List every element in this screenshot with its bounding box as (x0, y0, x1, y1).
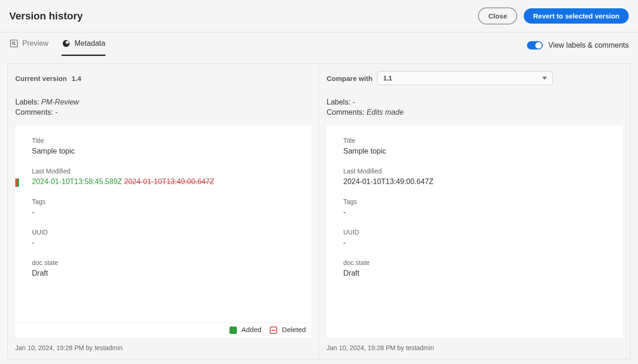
left-card-body: Title Sample topic Last Modified 2024-01… (15, 126, 311, 322)
left-field-modified: Last Modified 2024-01-10T13:58:45.589Z 2… (32, 167, 297, 186)
right-tags-label: Tags (343, 198, 609, 205)
right-labels-value: - (353, 98, 355, 106)
current-version-label: Current version (15, 74, 67, 82)
current-version-panel: Current version 1.4 Labels: PM-Review Co… (8, 64, 319, 359)
compare-panel: Compare with 1.1 Labels: - Comments: Edi… (319, 64, 630, 359)
page-title: Version history (9, 10, 83, 22)
left-field-tags: Tags - (32, 198, 297, 216)
current-version-number: 1.4 (72, 74, 81, 82)
right-labels-key: Labels: (327, 98, 351, 106)
left-field-docstate: doc state Draft (32, 259, 297, 278)
left-tags-value: - (32, 208, 297, 216)
tabs-row: Preview Metadata View labels & comments (0, 32, 638, 56)
left-labels-value: PM-Review (41, 98, 79, 106)
right-field-tags: Tags - (343, 198, 609, 216)
left-docstate-label: doc state (32, 259, 297, 266)
right-footer: Jan 10, 2024, 19:28 PM by testadmin (327, 344, 623, 352)
tabs: Preview Metadata (9, 34, 105, 56)
left-modified-value: 2024-01-10T13:58:45.589Z 2024-01-10T13:4… (32, 178, 297, 186)
compare-panels: Current version 1.4 Labels: PM-Review Co… (7, 63, 631, 359)
right-field-title: Title Sample topic (343, 137, 609, 155)
compare-with-label: Compare with (327, 74, 372, 82)
left-tags-label: Tags (32, 198, 297, 205)
close-button[interactable]: Close (478, 7, 517, 25)
preview-icon (9, 39, 19, 48)
dialog-header: Version history Close Revert to selected… (0, 0, 638, 32)
left-docstate-value: Draft (32, 269, 297, 278)
view-labels-toggle[interactable] (527, 41, 543, 49)
left-uuid-label: UUID (32, 228, 297, 236)
tab-preview-label: Preview (22, 39, 49, 48)
left-labels-line: Labels: PM-Review (15, 98, 311, 106)
left-title-value: Sample topic (32, 147, 297, 155)
left-modified-label: Last Modified (32, 167, 297, 175)
compare-header: Compare with 1.1 (327, 71, 623, 85)
right-field-modified: Last Modified 2024-01-10T13:49:00.647Z (343, 167, 609, 186)
right-field-docstate: doc state Draft (343, 259, 609, 278)
right-labels-line: Labels: - (327, 98, 623, 106)
right-field-uuid: UUID - (343, 228, 609, 247)
right-docstate-label: doc state (343, 259, 609, 266)
header-actions: Close Revert to selected version (478, 7, 629, 25)
right-tags-value: - (343, 208, 609, 216)
legend-deleted: Deleted (270, 326, 306, 334)
left-comments-key: Comments: (15, 108, 53, 116)
left-field-uuid: UUID - (32, 228, 297, 247)
left-footer: Jan 10, 2024, 19:28 PM by testadmin (15, 344, 311, 352)
right-uuid-label: UUID (343, 228, 609, 236)
modified-deleted-text: 2024-01-10T13:49:00.647Z (124, 178, 214, 185)
tab-metadata[interactable]: Metadata (62, 34, 105, 56)
compare-version-value: 1.1 (383, 74, 392, 82)
right-title-value: Sample topic (343, 147, 609, 155)
revert-button[interactable]: Revert to selected version (524, 8, 629, 24)
legend-deleted-label: Deleted (282, 326, 306, 333)
current-version-header: Current version 1.4 (15, 71, 311, 85)
tab-preview[interactable]: Preview (9, 34, 49, 56)
metadata-icon (62, 39, 71, 48)
svg-line-2 (14, 44, 16, 45)
left-uuid-value: - (32, 239, 297, 247)
diff-marker-icon (15, 179, 19, 187)
view-labels-toggle-label: View labels & comments (548, 41, 629, 49)
svg-point-3 (62, 40, 69, 47)
right-comments-line: Comments: Edits made (327, 108, 623, 117)
legend-added-label: Added (242, 326, 261, 333)
added-swatch-icon (229, 327, 237, 334)
legend-added: Added (229, 326, 261, 334)
left-labels-key: Labels: (15, 98, 39, 106)
right-docstate-value: Draft (343, 269, 609, 278)
right-modified-label: Last Modified (343, 167, 609, 175)
view-labels-toggle-wrap: View labels & comments (527, 41, 629, 49)
left-metadata-card: Title Sample topic Last Modified 2024-01… (15, 126, 311, 338)
right-comments-key: Comments: (327, 108, 365, 116)
right-title-label: Title (343, 137, 609, 144)
left-comments-line: Comments: - (15, 108, 311, 117)
right-modified-value: 2024-01-10T13:49:00.647Z (343, 178, 609, 186)
right-metadata-card: Title Sample topic Last Modified 2024-01… (327, 126, 623, 338)
svg-point-4 (66, 41, 69, 44)
right-comments-value: Edits made (366, 108, 403, 116)
left-field-title: Title Sample topic (32, 137, 297, 155)
left-title-label: Title (32, 137, 297, 144)
svg-rect-0 (11, 40, 18, 47)
left-comments-value: - (55, 108, 57, 116)
right-card-body: Title Sample topic Last Modified 2024-01… (327, 126, 623, 338)
tab-metadata-label: Metadata (74, 39, 105, 48)
compare-version-select[interactable]: 1.1 (377, 71, 553, 85)
diff-legend: Added Deleted (15, 322, 311, 338)
right-uuid-value: - (343, 239, 609, 247)
deleted-swatch-icon (270, 327, 277, 334)
modified-added-text: 2024-01-10T13:58:45.589Z (32, 178, 122, 185)
